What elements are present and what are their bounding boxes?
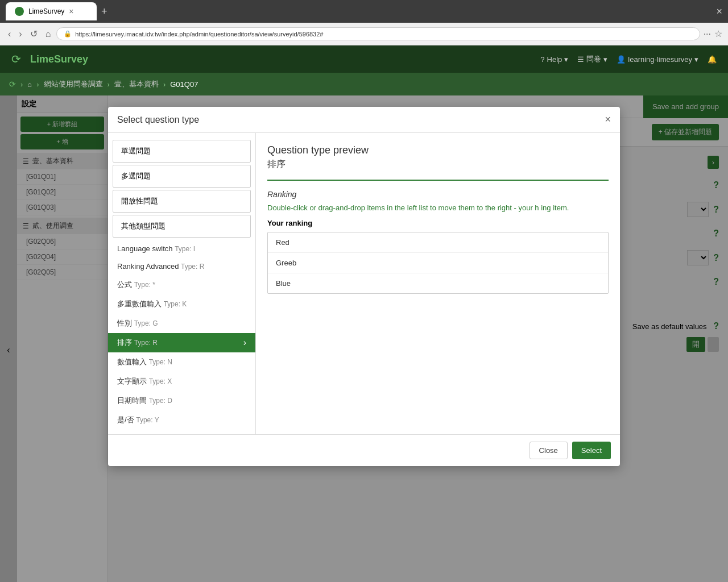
tab-favicon xyxy=(15,7,24,16)
list-item-language-switch[interactable]: Language switch Type: I xyxy=(108,240,255,257)
reload-btn[interactable]: ↺ xyxy=(28,26,40,41)
close-btn[interactable]: Close xyxy=(530,442,568,459)
item-type: Type: I xyxy=(175,245,195,253)
user-label: learning-limesurvey xyxy=(628,55,692,64)
help-btn[interactable]: ? Help ▾ xyxy=(540,55,568,64)
item-type: Type: R xyxy=(134,339,158,347)
cat-btn-multi[interactable]: 多選問題 xyxy=(113,165,251,188)
ranking-item-red: Red xyxy=(268,232,608,253)
preview-title: Question type preview xyxy=(267,144,609,156)
breadcrumb-home[interactable]: ⌂ xyxy=(27,80,32,89)
item-type: Type: Y xyxy=(136,416,159,424)
user-chevron: ▾ xyxy=(694,55,698,64)
breadcrumb-group[interactable]: 壹、基本資料 xyxy=(114,79,159,89)
list-item-yesno[interactable]: 是/否 Type: Y xyxy=(108,410,255,430)
dialog-body: 單選問題 多選問題 開放性問題 其他類型問題 Language switch T… xyxy=(108,133,620,434)
header-right: ? Help ▾ ☰ 問卷 ▾ 👤 learning-limesurvey ▾ … xyxy=(540,54,717,64)
list-item-label: Language switch Type: I xyxy=(117,244,195,253)
app-logo: LimeSurvey xyxy=(30,53,88,65)
help-icon: ? xyxy=(540,55,544,64)
user-btn[interactable]: 👤 learning-limesurvey ▾ xyxy=(617,55,698,64)
dialog-close-btn[interactable]: × xyxy=(605,114,611,126)
ranking-item-greeb: Greeb xyxy=(268,253,608,273)
list-item-label: 是/否 Type: Y xyxy=(117,415,159,425)
help-label: Help xyxy=(547,55,562,64)
preview-desc: Double-click or drag-and-drop items in t… xyxy=(267,203,609,212)
select-btn[interactable]: Select xyxy=(572,442,611,459)
ranking-item-blue: Blue xyxy=(268,273,608,293)
list-item-label: 性別 Type: G xyxy=(117,318,158,329)
back-btn[interactable]: ‹ xyxy=(6,27,13,41)
questions-label: 問卷 xyxy=(586,54,601,64)
dialog-title: Select question type xyxy=(117,115,199,125)
preview-subtitle: 排序 xyxy=(267,159,609,171)
dialog-preview: Question type preview 排序 Ranking Double-… xyxy=(256,133,620,434)
list-item-gender[interactable]: 性別 Type: G xyxy=(108,314,255,333)
main-layout: ‹ 設定 + 新增群組 + 增 ☰ 壹、基本資料 [G01Q01] [G01Q0… xyxy=(0,95,728,582)
dialog-footer: Close Select xyxy=(108,434,620,466)
bookmark-btn[interactable]: ☆ xyxy=(714,28,722,39)
home-btn[interactable]: ⌂ xyxy=(43,27,53,41)
list-item-label: 文字顯示 Type: X xyxy=(117,376,172,386)
questions-btn[interactable]: ☰ 問卷 ▾ xyxy=(577,54,607,64)
app-icon: ⟳ xyxy=(11,52,21,66)
address-bar[interactable]: 🔒 https://limesurvey.imacat.idv.tw/index… xyxy=(56,27,700,40)
list-item-ranking-advanced[interactable]: Ranking Advanced Type: R xyxy=(108,257,255,275)
cat-btn-single[interactable]: 單選問題 xyxy=(113,140,251,163)
active-arrow-icon: › xyxy=(243,338,246,348)
user-icon: 👤 xyxy=(617,55,626,64)
item-type: Type: R xyxy=(181,263,204,271)
new-tab-btn[interactable]: + xyxy=(101,6,107,18)
cat-btn-other[interactable]: 其他類型問題 xyxy=(113,215,251,238)
list-item-datetime[interactable]: 日期時間 Type: D xyxy=(108,391,255,410)
help-chevron: ▾ xyxy=(564,55,568,64)
preview-divider xyxy=(267,180,609,181)
tab-close-btn[interactable]: × xyxy=(69,7,73,16)
browser-tab[interactable]: LimeSurvey × xyxy=(6,2,97,20)
list-item-label: 公式 Type: * xyxy=(117,280,155,290)
questions-icon: ☰ xyxy=(577,55,584,64)
dialog-header: Select question type × xyxy=(108,107,620,133)
bell-btn[interactable]: 🔔 xyxy=(708,55,717,64)
bell-icon: 🔔 xyxy=(708,55,717,64)
breadcrumb-sep2: › xyxy=(36,80,39,89)
more-btn[interactable]: ··· xyxy=(704,29,711,39)
url-text: https://limesurvey.imacat.idv.tw/index.p… xyxy=(75,31,323,38)
list-item-label: 日期時間 Type: D xyxy=(117,396,172,406)
list-item-text-display[interactable]: 文字顯示 Type: X xyxy=(108,372,255,391)
item-type: Type: G xyxy=(134,319,158,327)
list-item-label: 數值輸入 Type: N xyxy=(117,357,172,367)
dialog-sidebar: 單選問題 多選問題 開放性問題 其他類型問題 Language switch T… xyxy=(108,133,256,434)
item-type: Type: D xyxy=(149,397,172,405)
breadcrumb-survey[interactable]: 網站使用問卷調查 xyxy=(44,79,103,89)
ranking-label: Your ranking xyxy=(267,219,609,227)
browser-chrome: LimeSurvey × + × xyxy=(0,0,728,23)
list-item-multi-numeric[interactable]: 多重數值輸入 Type: K xyxy=(108,294,255,314)
select-question-type-dialog: Select question type × 單選問題 多選問題 開放性問題 其… xyxy=(108,107,620,466)
app-header: ⟳ LimeSurvey ? Help ▾ ☰ 問卷 ▾ 👤 learning-… xyxy=(0,45,728,73)
ranking-list: Red Greeb Blue xyxy=(267,232,609,294)
breadcrumb-sep4: › xyxy=(163,80,166,89)
lock-icon: 🔒 xyxy=(64,30,72,38)
breadcrumb-question: G01Q07 xyxy=(170,80,198,89)
dialog-overlay: Select question type × 單選問題 多選問題 開放性問題 其… xyxy=(0,95,728,582)
tab-title: LimeSurvey xyxy=(28,7,64,15)
questions-chevron: ▾ xyxy=(603,55,607,64)
cat-btn-open[interactable]: 開放性問題 xyxy=(113,190,251,213)
breadcrumb-sep3: › xyxy=(107,80,110,89)
item-type: Type: * xyxy=(134,281,155,289)
list-item-ranking[interactable]: 排序 Type: R › xyxy=(108,333,255,352)
preview-section-title: Ranking xyxy=(267,190,609,199)
forward-btn[interactable]: › xyxy=(16,27,24,41)
browser-toolbar: ‹ › ↺ ⌂ 🔒 https://limesurvey.imacat.idv.… xyxy=(0,23,728,45)
list-item-label: 排序 Type: R xyxy=(117,338,158,348)
item-type: Type: X xyxy=(149,377,172,385)
limesurvey-icon: ⟳ xyxy=(9,80,16,89)
breadcrumb: ⟳ › ⌂ › 網站使用問卷調查 › 壹、基本資料 › G01Q07 xyxy=(0,73,728,95)
browser-close-btn[interactable]: × xyxy=(716,6,722,18)
item-type: Type: K xyxy=(164,300,187,308)
list-item-formula[interactable]: 公式 Type: * xyxy=(108,275,255,294)
list-item-numeric[interactable]: 數值輸入 Type: N xyxy=(108,352,255,372)
breadcrumb-sep1: › xyxy=(20,80,23,89)
list-item-label: Ranking Advanced Type: R xyxy=(117,262,204,271)
